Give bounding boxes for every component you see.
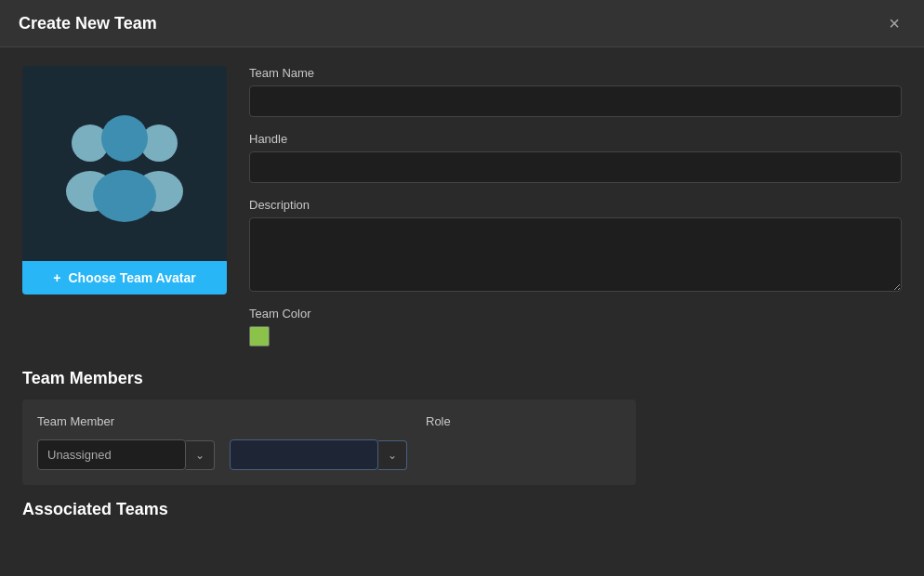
role-dropdown-input[interactable] bbox=[230, 439, 378, 470]
description-input[interactable] bbox=[249, 217, 902, 292]
team-members-table: Team Member Role ⌄ ⌄ bbox=[22, 399, 636, 485]
handle-label: Handle bbox=[249, 132, 902, 146]
team-name-group: Team Name bbox=[249, 66, 902, 117]
member-dropdown-wrapper: ⌄ bbox=[37, 439, 215, 470]
form-section: Team Name Handle Description Team Color bbox=[249, 66, 902, 347]
team-color-swatch[interactable] bbox=[249, 326, 270, 347]
description-group: Description bbox=[249, 198, 902, 292]
choose-avatar-label: Choose Team Avatar bbox=[68, 270, 195, 285]
team-color-group: Team Color bbox=[249, 307, 902, 347]
team-color-label: Team Color bbox=[249, 307, 902, 321]
create-team-modal: Create New Team × bbox=[0, 0, 924, 576]
table-header: Team Member Role bbox=[37, 414, 621, 428]
description-label: Description bbox=[249, 198, 902, 212]
team-members-title: Team Members bbox=[22, 369, 902, 388]
modal-title: Create New Team bbox=[19, 14, 157, 33]
plus-icon: + bbox=[53, 270, 60, 285]
handle-input[interactable] bbox=[249, 151, 902, 183]
member-dropdown-input[interactable] bbox=[37, 439, 186, 470]
associated-teams-section: Associated Teams bbox=[22, 500, 902, 519]
col-role-header: Role bbox=[416, 414, 621, 428]
team-members-section: Team Members Team Member Role ⌄ ⌄ bbox=[22, 369, 902, 485]
modal-header: Create New Team × bbox=[0, 0, 924, 47]
member-dropdown-chevron[interactable]: ⌄ bbox=[186, 440, 215, 470]
team-icon bbox=[55, 98, 194, 229]
col-member-header: Team Member bbox=[37, 414, 416, 428]
role-dropdown-wrapper: ⌄ bbox=[230, 439, 407, 470]
associated-teams-title: Associated Teams bbox=[22, 500, 902, 519]
role-dropdown-chevron[interactable]: ⌄ bbox=[378, 440, 407, 470]
svg-point-5 bbox=[93, 170, 156, 222]
table-row: ⌄ ⌄ bbox=[37, 439, 621, 470]
svg-point-4 bbox=[101, 115, 148, 162]
team-name-input[interactable] bbox=[249, 85, 902, 117]
close-button[interactable]: × bbox=[883, 12, 905, 34]
modal-body: + Choose Team Avatar Team Name Handle De… bbox=[0, 47, 924, 576]
avatar-preview bbox=[22, 66, 227, 261]
choose-avatar-button[interactable]: + Choose Team Avatar bbox=[22, 261, 227, 295]
team-name-label: Team Name bbox=[249, 66, 902, 80]
avatar-section: + Choose Team Avatar bbox=[22, 66, 227, 347]
handle-group: Handle bbox=[249, 132, 902, 183]
top-section: + Choose Team Avatar Team Name Handle De… bbox=[22, 66, 902, 347]
